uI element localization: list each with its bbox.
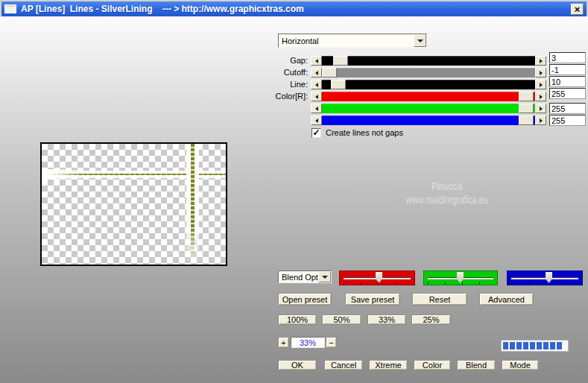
xtreme-button[interactable]: Xtreme [369, 360, 408, 370]
slider-track[interactable] [322, 80, 535, 89]
watermark-line1: Pinuccia [389, 180, 505, 193]
progress-segment [537, 342, 542, 349]
reset-button[interactable]: Reset [412, 293, 467, 306]
left-arrow-icon [315, 71, 318, 75]
progress-segment [510, 342, 515, 349]
progress-segment [503, 342, 508, 349]
line-slider[interactable] [311, 80, 546, 89]
zoom-33-button[interactable]: 33% [367, 314, 406, 325]
cutoff-value-field[interactable] [549, 64, 586, 75]
slider-thumb[interactable] [322, 68, 337, 77]
color-r-label: Color[R]: [250, 92, 308, 101]
open-preset-button[interactable]: Open preset [278, 293, 332, 306]
green-value-field[interactable] [549, 103, 586, 114]
slider-left-arrow-button[interactable] [311, 56, 322, 66]
slider-right-arrow-button[interactable] [535, 56, 546, 66]
slider-right-arrow-button[interactable] [535, 115, 546, 125]
blue-channel-mixer[interactable] [507, 270, 583, 285]
color-blue-slider[interactable] [311, 115, 546, 125]
zoom-25-button[interactable]: 25% [411, 314, 451, 325]
slider-left-arrow-button[interactable] [311, 68, 322, 77]
left-arrow-icon [315, 118, 318, 123]
mode-button[interactable]: Mode [502, 360, 539, 370]
cancel-button[interactable]: Cancel [324, 360, 363, 370]
title-bar[interactable]: AP [Lines] Lines - SilverLining --- > ht… [1, 1, 587, 16]
slider-left-arrow-button[interactable] [311, 92, 322, 101]
zoom-100-button[interactable]: 100% [278, 314, 317, 325]
blend-options-dropdown-button[interactable] [318, 271, 331, 282]
color-green-slider[interactable] [311, 104, 546, 113]
green-channel-mixer[interactable] [423, 270, 498, 285]
right-arrow-icon [540, 59, 543, 63]
blend-options-value: Blend Opti [279, 273, 318, 282]
red-channel-mixer[interactable] [339, 270, 415, 285]
slider-thumb[interactable] [519, 104, 534, 113]
slider-track[interactable] [322, 104, 535, 113]
blend-options-select[interactable]: Blend Opti [278, 270, 332, 283]
left-arrow-icon [315, 95, 318, 99]
slider-track[interactable] [322, 92, 535, 101]
color-red-slider[interactable] [311, 92, 546, 101]
close-button[interactable]: × [571, 4, 584, 15]
slider-right-arrow-button[interactable] [535, 104, 546, 113]
slider-right-arrow-button[interactable] [535, 80, 546, 89]
chevron-down-icon [417, 39, 423, 42]
slider-left-arrow-button[interactable] [311, 80, 322, 89]
window-icon [4, 4, 16, 13]
watermark: Pinuccia www.maidiregrafica.eu [389, 180, 505, 206]
watermark-line2: www.maidiregrafica.eu [389, 193, 505, 206]
progress-segment [550, 342, 555, 349]
line-value-field[interactable] [549, 76, 586, 87]
slider-thumb[interactable] [333, 56, 348, 66]
slider-track[interactable] [322, 56, 535, 66]
gap-value-field[interactable] [549, 52, 586, 63]
dialog-body: Horizontal Gap: Cutoff: Line: Color[R]: [0, 16, 588, 383]
right-arrow-icon [540, 118, 543, 123]
mode-select-dropdown-button[interactable] [414, 34, 426, 47]
preview-pane[interactable] [40, 142, 227, 266]
zoom-in-button[interactable]: + [278, 337, 289, 348]
plugin-window: AP [Lines] Lines - SilverLining --- > ht… [0, 0, 588, 383]
mode-select[interactable]: Horizontal [278, 34, 427, 48]
right-arrow-icon [540, 71, 543, 75]
blend-button[interactable]: Blend [457, 360, 496, 370]
slider-track[interactable] [322, 115, 535, 125]
zoom-level-display: 33% [291, 337, 325, 348]
gap-slider[interactable] [311, 56, 546, 66]
slider-left-arrow-button[interactable] [311, 104, 322, 113]
progress-segment [543, 342, 549, 349]
left-arrow-icon [315, 83, 318, 87]
slider-right-arrow-button[interactable] [535, 92, 546, 101]
ok-button[interactable]: OK [278, 360, 317, 370]
right-arrow-icon [540, 107, 543, 111]
gap-label: Gap: [250, 56, 308, 66]
red-value-field[interactable] [549, 88, 586, 99]
window-title: AP [Lines] Lines - SilverLining --- > ht… [21, 4, 304, 14]
slider-track[interactable] [322, 68, 535, 77]
line-label: Line: [250, 80, 308, 89]
zoom-50-button[interactable]: 50% [322, 314, 361, 325]
right-arrow-icon [540, 95, 543, 99]
mixer-ticks [344, 282, 412, 285]
blue-value-field[interactable] [549, 115, 586, 126]
create-lines-checkbox[interactable]: ✓ [312, 128, 321, 138]
slider-thumb[interactable] [519, 115, 534, 125]
slider-thumb[interactable] [331, 80, 346, 89]
preview-vertical-line [191, 144, 195, 257]
progress-bar [501, 340, 569, 352]
progress-segment [523, 342, 528, 349]
slider-thumb[interactable] [519, 92, 534, 101]
advanced-button[interactable]: Advanced [479, 293, 534, 306]
slider-right-arrow-button[interactable] [535, 68, 546, 77]
left-arrow-icon [315, 59, 318, 63]
progress-segment [557, 342, 562, 349]
save-preset-button[interactable]: Save preset [345, 293, 400, 306]
create-lines-label: Create lines not gaps [326, 128, 403, 138]
mode-select-value: Horizontal [279, 37, 414, 45]
slider-left-arrow-button[interactable] [311, 115, 322, 125]
right-arrow-icon [540, 83, 543, 87]
color-button[interactable]: Color [414, 360, 451, 370]
close-icon: × [575, 4, 581, 14]
cutoff-slider[interactable] [311, 68, 546, 77]
zoom-out-button[interactable]: − [326, 337, 337, 348]
